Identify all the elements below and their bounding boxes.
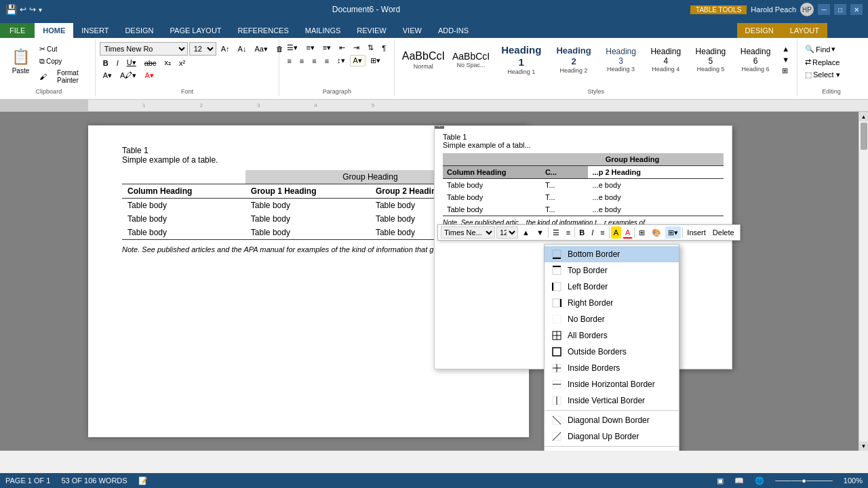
close-btn[interactable]: ✕ bbox=[850, 4, 863, 15]
maximize-btn[interactable]: □ bbox=[834, 4, 846, 15]
align-left-button[interactable]: ≡ bbox=[283, 56, 294, 66]
align-center-button[interactable]: ≡ bbox=[296, 56, 307, 66]
paste-button[interactable]: 📋 Paste bbox=[7, 45, 35, 83]
tab-review[interactable]: REVIEW bbox=[349, 23, 394, 38]
style-heading3[interactable]: Heading 3 Heading 3 bbox=[599, 45, 643, 75]
multilevel-button[interactable]: ≡▾ bbox=[319, 42, 334, 54]
styles-expand[interactable]: ⊞ bbox=[778, 65, 793, 77]
layout-web-button[interactable]: 🌐 bbox=[755, 476, 764, 485]
ft-align-button[interactable]: ≡ bbox=[597, 226, 607, 239]
ft-shading-button[interactable]: 🎨 bbox=[649, 226, 664, 239]
copy-button[interactable]: ⧉ Copy bbox=[36, 56, 91, 67]
tab-home[interactable]: HOME bbox=[35, 23, 73, 38]
sort-button[interactable]: ⇅ bbox=[364, 42, 377, 54]
cut-button[interactable]: ✂ Cut bbox=[36, 43, 91, 55]
shading-button[interactable]: A▾ bbox=[350, 55, 366, 66]
layout-read-button[interactable]: 📖 bbox=[734, 476, 744, 485]
font-color-button[interactable]: A▾ bbox=[141, 70, 157, 81]
ft-font-select[interactable]: Times Ne... bbox=[441, 226, 495, 239]
diagonal-down-item[interactable]: Diagonal Down Border bbox=[545, 412, 679, 428]
tab-mailings[interactable]: MAILINGS bbox=[297, 23, 349, 38]
ft-grow-button[interactable]: ▲ bbox=[519, 226, 532, 239]
increase-indent-button[interactable]: ⇥ bbox=[350, 42, 363, 54]
ft-table-button[interactable]: ⊞ bbox=[636, 226, 648, 239]
quick-access-save[interactable]: 💾 bbox=[5, 4, 17, 15]
borders-button[interactable]: ⊞▾ bbox=[367, 55, 384, 66]
scroll-down-button[interactable]: ▼ bbox=[859, 441, 869, 451]
subscript-button[interactable]: x₂ bbox=[161, 57, 174, 68]
quick-access-undo[interactable]: ↩ bbox=[20, 5, 26, 14]
ft-bold-button[interactable]: B bbox=[576, 226, 587, 239]
styles-scroll-down[interactable]: ▼ bbox=[778, 54, 793, 65]
ft-color-button[interactable]: A bbox=[623, 226, 633, 239]
ft-bullets-button[interactable]: ☰ bbox=[550, 226, 562, 239]
zoom-slider[interactable]: ─────●───── bbox=[775, 476, 833, 485]
diagonal-up-item[interactable]: Diagonal Up Border bbox=[545, 428, 679, 445]
tab-design[interactable]: DESIGN bbox=[117, 23, 161, 38]
strikethrough-button[interactable]: abc bbox=[141, 58, 160, 68]
ft-italic-button[interactable]: I bbox=[589, 226, 596, 239]
tab-pagelayout[interactable]: PAGE LAYOUT bbox=[162, 23, 230, 38]
style-normal[interactable]: AaBbCcI Normal bbox=[399, 47, 448, 71]
ft-delete-button[interactable]: Delete bbox=[710, 226, 737, 239]
font-name-select[interactable]: Times New Ro bbox=[100, 42, 188, 56]
tab-addins[interactable]: ADD-INS bbox=[430, 23, 477, 38]
inside-h-border-item[interactable]: Inside Horizontal Border bbox=[545, 376, 679, 392]
numbering-button[interactable]: ≡▾ bbox=[302, 42, 317, 54]
layout-normal-button[interactable]: ▣ bbox=[717, 476, 724, 485]
overlay-table[interactable]: Group Heading Column Heading C... ...p 2… bbox=[443, 153, 724, 216]
shrink-font-button[interactable]: A↓ bbox=[235, 43, 250, 54]
style-nospace[interactable]: AaBbCcI No Spac... bbox=[449, 49, 493, 71]
bullets-button[interactable]: ☰▾ bbox=[283, 42, 301, 54]
quick-access-redo[interactable]: ↪ bbox=[29, 5, 36, 14]
style-heading2[interactable]: Heading 2 Heading 2 bbox=[550, 43, 598, 75]
style-heading6[interactable]: Heading 6 Heading 6 bbox=[734, 45, 777, 75]
text-effects-button[interactable]: A▾ bbox=[100, 70, 115, 81]
italic-button[interactable]: I bbox=[113, 58, 122, 68]
decrease-indent-button[interactable]: ⇤ bbox=[336, 42, 349, 54]
ft-insert-button[interactable]: Insert bbox=[684, 226, 709, 239]
ft-highlight-button[interactable]: A bbox=[611, 226, 621, 239]
styles-scroll-up[interactable]: ▲ bbox=[778, 43, 793, 54]
highlight-button[interactable]: A🖍▾ bbox=[117, 70, 140, 81]
font-size-select[interactable]: 12 bbox=[189, 42, 216, 56]
justify-button[interactable]: ≡ bbox=[321, 56, 332, 66]
bottom-border-item[interactable]: Bottom Border bbox=[545, 246, 679, 262]
left-border-item[interactable]: Left Border bbox=[545, 279, 679, 295]
align-right-button[interactable]: ≡ bbox=[309, 56, 319, 66]
change-case-button[interactable]: Aa▾ bbox=[251, 43, 271, 55]
replace-button[interactable]: ⇄ Replace bbox=[802, 56, 844, 68]
format-painter-button[interactable]: 🖌 Format Painter bbox=[36, 68, 91, 85]
line-spacing-button[interactable]: ↕▾ bbox=[334, 55, 349, 66]
scroll-up-button[interactable]: ▲ bbox=[859, 112, 869, 121]
scroll-thumb[interactable] bbox=[861, 123, 867, 150]
bold-button[interactable]: B bbox=[100, 58, 112, 68]
underline-button[interactable]: U▾ bbox=[123, 57, 140, 68]
inside-v-border-item[interactable]: Inside Vertical Border bbox=[545, 392, 679, 409]
outside-borders-item[interactable]: Outside Borders bbox=[545, 344, 679, 360]
tab-file[interactable]: FILE bbox=[0, 23, 35, 38]
style-heading5[interactable]: Heading 5 Heading 5 bbox=[689, 45, 732, 75]
ft-numbering-button[interactable]: ≡ bbox=[564, 226, 573, 239]
select-button[interactable]: ⬚ Select ▾ bbox=[802, 69, 844, 81]
tab-layout[interactable]: LAYOUT bbox=[782, 23, 827, 38]
superscript-button[interactable]: x² bbox=[176, 58, 189, 68]
minimize-btn[interactable]: ─ bbox=[818, 4, 830, 15]
ft-border-dropdown-button[interactable]: ⊞▾ bbox=[665, 226, 681, 239]
right-border-item[interactable]: Right Border bbox=[545, 295, 679, 311]
grow-font-button[interactable]: A↑ bbox=[218, 43, 233, 54]
all-borders-item[interactable]: All Borders bbox=[545, 327, 679, 344]
show-formatting-button[interactable]: ¶ bbox=[378, 43, 389, 54]
inside-borders-item[interactable]: Inside Borders bbox=[545, 360, 679, 376]
ft-shrink-button[interactable]: ▼ bbox=[534, 226, 547, 239]
vertical-scrollbar[interactable]: ▲ ▼ bbox=[859, 112, 868, 451]
table-move-handle[interactable]: ✛ bbox=[435, 125, 444, 129]
horizontal-line-item[interactable]: Horizontal Line bbox=[545, 448, 679, 451]
style-heading4[interactable]: Heading 4 Heading 4 bbox=[644, 45, 688, 75]
top-border-item[interactable]: Top Border bbox=[545, 262, 679, 279]
tab-tabledesign[interactable]: DESIGN bbox=[737, 23, 782, 38]
style-heading1[interactable]: Heading 1 Heading 1 bbox=[494, 42, 549, 77]
tab-insert[interactable]: INSERT bbox=[73, 23, 117, 38]
tab-view[interactable]: VIEW bbox=[395, 23, 430, 38]
tab-references[interactable]: REFERENCES bbox=[230, 23, 297, 38]
